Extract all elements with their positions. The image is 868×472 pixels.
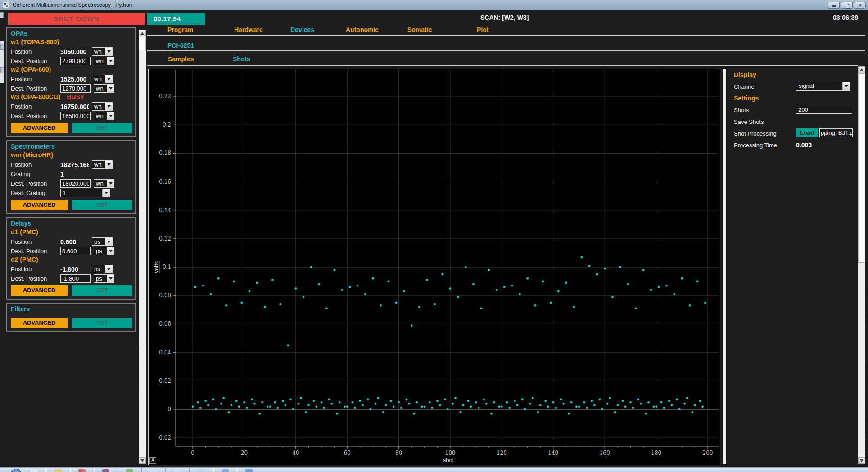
taskbar-app-tile[interactable]: [142, 468, 166, 472]
row-input[interactable]: [60, 274, 91, 283]
chevron-down-icon[interactable]: [105, 75, 112, 83]
chevron-down-icon[interactable]: [107, 275, 114, 282]
chevron-down-icon[interactable]: [842, 82, 850, 90]
sidebar-scrollbar-thumb[interactable]: [139, 37, 146, 50]
row-input[interactable]: [60, 247, 91, 255]
row-value: 1: [60, 171, 89, 178]
tab-program[interactable]: Program: [167, 26, 194, 33]
tab-hardware[interactable]: Hardware: [234, 26, 263, 33]
taskbar-app-tile[interactable]: [190, 468, 213, 472]
minimize-button[interactable]: [828, 2, 840, 9]
data-point: [663, 407, 665, 409]
taskbar-app-tile[interactable]: [70, 468, 94, 472]
restore-button[interactable]: [841, 2, 853, 9]
set-button[interactable]: SET: [72, 123, 132, 133]
hardware-row: Position0.600ps: [11, 237, 132, 246]
scroll-down-icon[interactable]: [858, 457, 865, 464]
shot-processing-file[interactable]: pping_BJT.py: [819, 128, 853, 137]
start-button[interactable]: [10, 469, 23, 472]
set-button[interactable]: SET: [72, 318, 132, 328]
data-point: [627, 283, 629, 286]
tab-autonomic[interactable]: Autonomic: [346, 26, 379, 33]
taskbar-app-tile[interactable]: [23, 468, 46, 472]
close-button[interactable]: ×: [854, 2, 866, 9]
hardware-name: w1 (TOPAS-800): [11, 38, 132, 47]
chevron-down-icon[interactable]: [105, 103, 112, 110]
tab-pci-6251[interactable]: PCI-6251: [167, 42, 194, 49]
right-panel-scrollbar[interactable]: [858, 66, 865, 464]
load-button[interactable]: Load: [796, 128, 818, 137]
row-input[interactable]: [60, 84, 91, 93]
unit-select[interactable]: wn: [92, 47, 113, 56]
advanced-button[interactable]: ADVANCED: [11, 123, 68, 133]
set-button[interactable]: SET: [72, 200, 132, 210]
chevron-down-icon[interactable]: [105, 265, 112, 273]
shutdown-button[interactable]: SHUT DOWN: [8, 13, 145, 25]
shots-plot[interactable]: A -0.0200.020.040.060.080.10.120.140.160…: [148, 69, 720, 465]
unit-select[interactable]: wn: [94, 179, 114, 188]
data-point: [269, 405, 271, 408]
sidebar-scrollbar[interactable]: [139, 30, 146, 464]
chevron-down-icon[interactable]: [102, 189, 109, 197]
tab-plot[interactable]: Plot: [477, 26, 488, 33]
minimize-icon: [832, 5, 836, 7]
tab-samples[interactable]: Samples: [168, 55, 194, 63]
unit-select[interactable]: wn: [92, 102, 113, 111]
unit-select[interactable]: wn: [94, 84, 114, 93]
tab-somatic[interactable]: Somatic: [407, 26, 432, 33]
scatter-plot-canvas[interactable]: -0.0200.020.040.060.080.10.120.140.160.1…: [149, 69, 720, 465]
taskbar-app-tile[interactable]: [94, 468, 118, 472]
row-select[interactable]: 1: [60, 189, 110, 197]
unit-select[interactable]: ps: [94, 274, 114, 283]
plot-scrollbar[interactable]: [723, 69, 726, 464]
right-panel-scrollbar-thumb[interactable]: [858, 73, 865, 263]
section-title: Spectrometers: [11, 143, 132, 151]
unit-select[interactable]: wn: [92, 75, 113, 83]
scroll-up-icon[interactable]: [139, 30, 146, 36]
chevron-down-icon[interactable]: [105, 48, 112, 55]
hardware-row: Position-1.800ps: [11, 264, 132, 274]
titlebar[interactable]: Coherent Multidimensional Spectroscopy |…: [0, 0, 868, 10]
taskbar-app-tile[interactable]: [46, 468, 70, 472]
chevron-down-icon[interactable]: [107, 85, 114, 92]
unit-select[interactable]: wn: [92, 160, 113, 169]
channel-select[interactable]: signal: [796, 82, 850, 91]
row-input[interactable]: [60, 57, 91, 65]
data-point: [289, 399, 292, 401]
data-point: [235, 400, 238, 402]
hardware-row: Dest. Positionwn: [11, 111, 132, 121]
taskbar-app-tile[interactable]: [118, 468, 142, 472]
advanced-button[interactable]: ADVANCED: [11, 200, 68, 210]
taskbar-app-tile[interactable]: [213, 468, 237, 472]
scroll-up-icon[interactable]: [858, 66, 865, 73]
tab-devices[interactable]: Devices: [290, 26, 314, 33]
data-point: [678, 408, 681, 411]
shots-input[interactable]: [796, 105, 852, 114]
unit-select[interactable]: ps: [94, 247, 114, 255]
data-point: [604, 268, 606, 270]
taskbar-app-tile[interactable]: [237, 468, 261, 472]
set-button[interactable]: SET: [72, 285, 132, 296]
advanced-button[interactable]: ADVANCED: [11, 318, 68, 328]
data-point: [246, 407, 248, 409]
chevron-down-icon[interactable]: [105, 161, 112, 168]
tab-shots[interactable]: Shots: [233, 55, 250, 63]
unit-select[interactable]: wn: [94, 112, 114, 120]
unit-select[interactable]: wn: [94, 57, 114, 65]
chevron-down-icon[interactable]: [105, 238, 112, 245]
chevron-down-icon[interactable]: [107, 57, 114, 65]
advanced-button[interactable]: ADVANCED: [11, 285, 68, 296]
windows-taskbar[interactable]: [0, 467, 868, 472]
section-buttons: ADVANCEDSET: [11, 200, 132, 210]
chevron-down-icon[interactable]: [107, 247, 114, 255]
row-input[interactable]: [60, 112, 91, 120]
unit-select[interactable]: ps: [92, 265, 113, 273]
row-input[interactable]: [60, 179, 91, 188]
autoscale-button[interactable]: A: [149, 457, 156, 464]
section-buttons: ADVANCEDSET: [11, 318, 132, 328]
chevron-down-icon[interactable]: [107, 180, 114, 187]
scroll-down-icon[interactable]: [139, 457, 146, 464]
chevron-down-icon[interactable]: [107, 112, 114, 120]
unit-select[interactable]: ps: [92, 237, 113, 246]
taskbar-app-tile[interactable]: [166, 468, 190, 472]
